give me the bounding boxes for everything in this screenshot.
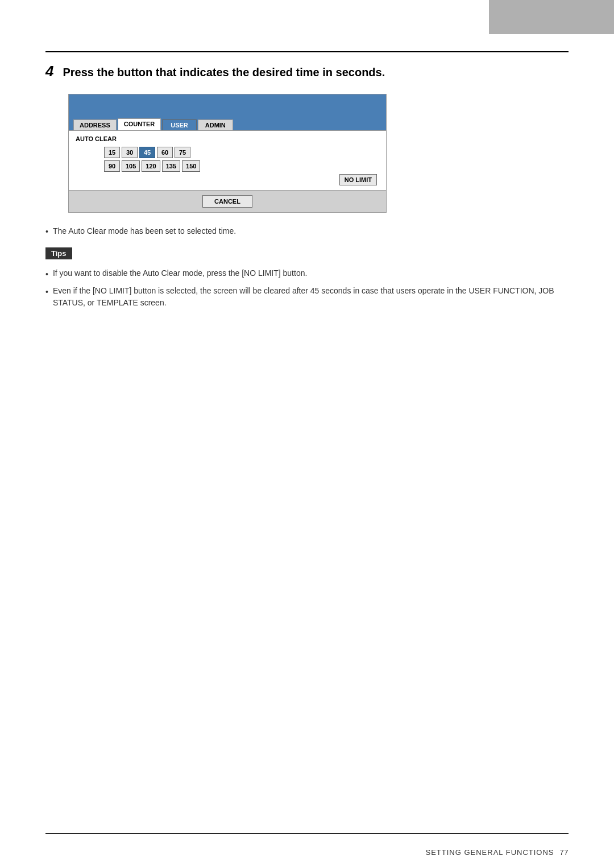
time-btn-60[interactable]: 60 <box>157 147 173 158</box>
footer: SETTING GENERAL FUNCTIONS 77 <box>45 848 569 857</box>
bullet-dot: • <box>45 227 48 236</box>
auto-clear-label: AUTO CLEAR <box>76 135 379 142</box>
cancel-row: CANCEL <box>69 190 386 212</box>
bullet-after-panel: • The Auto Clear mode has been set to se… <box>45 226 569 236</box>
time-buttons-row1: 15 30 45 60 75 <box>76 147 379 158</box>
time-btn-150[interactable]: 150 <box>182 160 200 172</box>
time-btn-135[interactable]: 135 <box>162 160 180 172</box>
time-btn-15[interactable]: 15 <box>104 147 120 158</box>
tips-label: Tips <box>45 247 72 259</box>
bullet-text: The Auto Clear mode has been set to sele… <box>53 226 236 235</box>
tips-bullet-dot-2: • <box>45 286 48 298</box>
tips-item-2-text: Even if the [NO LIMIT] button is selecte… <box>53 285 569 309</box>
tips-item-2: • Even if the [NO LIMIT] button is selec… <box>45 285 569 309</box>
step-title: Press the button that indicates the desi… <box>63 66 385 79</box>
time-btn-120[interactable]: 120 <box>142 160 160 172</box>
footer-text: SETTING GENERAL FUNCTIONS <box>425 848 554 857</box>
time-buttons-row2: 90 105 120 135 150 <box>76 160 379 172</box>
no-limit-row: NO LIMIT <box>76 174 379 185</box>
tips-item-1: • If you want to disable the Auto Clear … <box>45 267 569 280</box>
tab-address[interactable]: ADDRESS <box>73 119 117 130</box>
top-divider <box>45 51 569 52</box>
time-btn-75[interactable]: 75 <box>175 147 190 158</box>
ui-panel: ADDRESS COUNTER USER ADMIN AUTO CLEAR 15… <box>68 94 387 213</box>
no-limit-button[interactable]: NO LIMIT <box>339 174 377 185</box>
tab-admin[interactable]: ADMIN <box>198 119 233 130</box>
tab-user[interactable]: USER <box>162 119 197 130</box>
tips-bullets: • If you want to disable the Auto Clear … <box>45 267 569 309</box>
time-btn-45[interactable]: 45 <box>139 147 155 158</box>
tab-counter[interactable]: COUNTER <box>118 118 161 130</box>
panel-tabs: ADDRESS COUNTER USER ADMIN <box>69 118 386 131</box>
tips-item-1-text: If you want to disable the Auto Clear mo… <box>53 267 307 279</box>
panel-header-bar <box>69 94 386 118</box>
main-content: 4 Press the button that indicates the de… <box>45 63 569 313</box>
panel-body: AUTO CLEAR 15 30 45 60 75 90 105 120 135… <box>69 131 386 190</box>
cancel-button[interactable]: CANCEL <box>202 195 252 208</box>
time-btn-30[interactable]: 30 <box>122 147 138 158</box>
time-btn-90[interactable]: 90 <box>104 160 120 172</box>
step-number: 4 <box>45 63 53 80</box>
top-bar <box>489 0 614 34</box>
bottom-divider <box>45 833 569 834</box>
time-btn-105[interactable]: 105 <box>122 160 140 172</box>
footer-page: 77 <box>560 848 569 857</box>
step-header: 4 Press the button that indicates the de… <box>45 63 569 80</box>
tips-bullet-dot-1: • <box>45 268 48 280</box>
